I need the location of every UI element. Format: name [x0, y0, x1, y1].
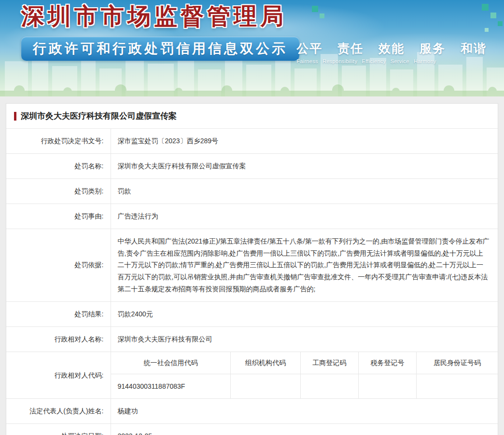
slogan-cn: 公平 责任 效能 服务 和谐 [296, 41, 487, 56]
table-row: 行政处罚决定书文号: 深市监宝处罚〔2023〕西乡289号 [6, 129, 498, 153]
row-value: 中华人民共和国广告法(2021修正)/第五章法律责任/第五十八条/第一款有下列行… [111, 229, 498, 302]
code-col-header: 居民身份证号码 [417, 352, 498, 374]
row-label: 行政相对人代码: [6, 352, 111, 398]
slogan-en: Fairness Responsibility Efficiency Servi… [296, 58, 487, 64]
row-value: 深圳市灸大夫医疗科技有限公司 [111, 327, 498, 352]
row-value: 罚款2400元 [111, 302, 498, 327]
row-value: 深圳市灸大夫医疗科技有限公司虚假宣传案 [111, 153, 498, 178]
credit-code-value: 91440300311887083F [111, 374, 231, 398]
penalty-info-table: 行政处罚决定书文号: 深市监宝处罚〔2023〕西乡289号 处罚名称: 深圳市灸… [6, 129, 498, 435]
row-value: 2023-12-05 [111, 424, 498, 435]
code-value-empty [231, 374, 300, 398]
row-value: 深市监宝处罚〔2023〕西乡289号 [111, 129, 498, 153]
banner-subtitle: 行政许可和行政处罚信用信息双公示 [33, 41, 288, 56]
case-title: 深圳市灸大夫医疗科技有限公司虚假宣传案 [21, 110, 177, 122]
code-col-header: 税务登记号 [358, 352, 416, 374]
table-row: 处罚事由: 广告违法行为 [6, 204, 498, 229]
row-label: 处罚事由: [6, 204, 111, 229]
row-label: 处罚依据: [6, 229, 111, 302]
table-row: 行政相对人名称: 深圳市灸大夫医疗科技有限公司 [6, 327, 498, 352]
banner-slogan: 公平 责任 效能 服务 和谐 Fairness Responsibility E… [296, 41, 487, 64]
case-header: 深圳市灸大夫医疗科技有限公司虚假宣传案 [6, 104, 498, 129]
table-row: 法定代表人(负责人)姓名: 杨建功 [6, 399, 498, 424]
code-table-header-row: 统一社会信用代码 组织机构代码 工商登记码 税务登记号 居民身份证号码 [111, 352, 498, 374]
code-value-empty [358, 374, 416, 398]
table-row: 处罚结果: 罚款2400元 [6, 302, 498, 327]
row-label: 处罚决定日期: [6, 424, 111, 435]
row-label: 行政处罚决定书文号: [6, 129, 111, 153]
banner-subtitle-ribbon: 行政许可和行政处罚信用信息双公示 [21, 37, 299, 61]
row-label: 处罚结果: [6, 302, 111, 327]
table-row: 处罚依据: 中华人民共和国广告法(2021修正)/第五章法律责任/第五十八条/第… [6, 229, 498, 302]
code-col-header: 组织机构代码 [231, 352, 300, 374]
content-panel: 深圳市灸大夫医疗科技有限公司虚假宣传案 行政处罚决定书文号: 深市监宝处罚〔20… [6, 103, 498, 435]
code-col-header: 工商登记码 [300, 352, 358, 374]
row-value: 广告违法行为 [111, 204, 498, 229]
row-value: 统一社会信用代码 组织机构代码 工商登记码 税务登记号 居民身份证号码 9144… [111, 352, 498, 398]
table-row: 处罚决定日期: 2023-12-05 [6, 424, 498, 435]
code-col-header: 统一社会信用代码 [111, 352, 231, 374]
row-label: 处罚类别: [6, 178, 111, 204]
accent-bar [14, 112, 16, 121]
table-row: 处罚名称: 深圳市灸大夫医疗科技有限公司虚假宣传案 [6, 153, 498, 178]
row-label: 行政相对人名称: [6, 327, 111, 352]
site-title: 深圳市市场监督管理局 [21, 1, 287, 32]
table-row: 处罚类别: 罚款 [6, 178, 498, 204]
table-row-codes: 行政相对人代码: 统一社会信用代码 组织机构代码 工商登记码 [6, 352, 498, 398]
row-label: 法定代表人(负责人)姓名: [6, 399, 111, 424]
code-value-empty [300, 374, 358, 398]
header-banner: 深圳市市场监督管理局 行政许可和行政处罚信用信息双公示 公平 责任 效能 服务 … [0, 0, 504, 96]
row-value: 杨建功 [111, 399, 498, 424]
row-label: 处罚名称: [6, 153, 111, 178]
entity-code-table: 统一社会信用代码 组织机构代码 工商登记码 税务登记号 居民身份证号码 9144… [111, 352, 498, 398]
page: 深圳市市场监督管理局 行政许可和行政处罚信用信息双公示 公平 责任 效能 服务 … [0, 0, 504, 435]
code-value-empty [417, 374, 498, 398]
row-value: 罚款 [111, 178, 498, 204]
code-table-value-row: 91440300311887083F [111, 374, 498, 398]
